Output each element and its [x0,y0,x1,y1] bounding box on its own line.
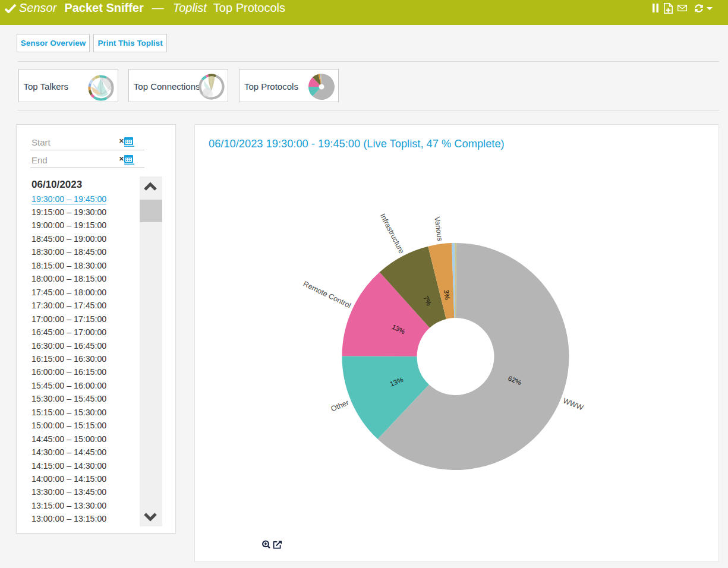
svg-text:3%: 3% [443,289,451,300]
svg-text:Infrastructure: Infrastructure [379,212,406,255]
svg-text:Various: Various [433,216,444,242]
svg-text:Other: Other [330,399,350,414]
svg-text:Remote Control: Remote Control [302,280,352,310]
svg-text:WWW: WWW [562,396,584,412]
